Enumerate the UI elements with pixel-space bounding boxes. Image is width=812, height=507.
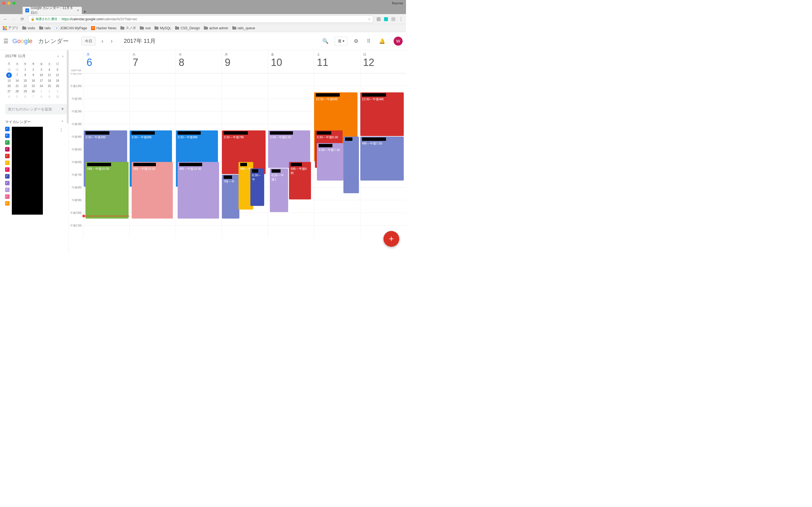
calendar-options-icon[interactable]: ⋮ — [59, 127, 67, 133]
mini-next-month[interactable]: › — [62, 54, 63, 58]
bookmark-item[interactable]: MySQL — [154, 25, 171, 31]
calendar-event[interactable]: 7時～午 — [222, 175, 239, 219]
mini-day[interactable]: 12 — [53, 72, 61, 78]
calendar-checkbox[interactable] — [5, 154, 10, 158]
day-header[interactable]: 火7 — [130, 50, 175, 73]
mini-calendar[interactable]: 月火水木金土日303112345678910111213141516171819… — [5, 61, 61, 100]
mini-day[interactable]: 1 — [21, 67, 29, 72]
calendar-event[interactable]: 4時～午後7:30 — [360, 136, 404, 180]
calendar-checkbox[interactable] — [5, 174, 10, 179]
new-tab-button[interactable]: ▸ — [82, 9, 89, 14]
day-header[interactable]: 金10 — [268, 50, 314, 73]
calendar-checkbox[interactable] — [5, 187, 10, 192]
bookmark-item[interactable]: rails_queue — [232, 25, 255, 31]
plus-icon[interactable]: + — [61, 106, 64, 112]
mini-day[interactable]: 14 — [13, 78, 21, 83]
day-column[interactable]: 3:30～午後8時6時～午後10:30 — [130, 73, 175, 238]
next-week-button[interactable]: › — [109, 38, 114, 44]
day-header[interactable]: 月6 — [84, 50, 130, 73]
calendar-event[interactable]: 6時～午後10:30 — [177, 162, 219, 219]
calendar-checkbox[interactable] — [5, 140, 10, 145]
calendar-checkbox[interactable] — [5, 194, 10, 199]
calendar-checkbox[interactable] — [5, 127, 10, 131]
close-window-button[interactable] — [2, 2, 5, 5]
mini-day[interactable]: 30 — [29, 89, 38, 94]
mini-day[interactable]: 21 — [13, 83, 21, 89]
day-column[interactable]: 12:30～午後4時4時～午後7:30 — [360, 73, 406, 238]
extension-icon[interactable] — [391, 17, 395, 21]
mini-day[interactable]: 30 — [5, 67, 13, 72]
mini-day[interactable]: 10 — [37, 72, 45, 78]
mini-day[interactable]: 2 — [45, 89, 54, 94]
mini-day[interactable]: 5 — [13, 94, 21, 100]
calendar-checkbox[interactable] — [5, 161, 10, 165]
notifications-icon[interactable]: 🔔 — [377, 38, 388, 44]
account-avatar[interactable]: W — [394, 37, 403, 46]
mini-day[interactable]: 4 — [5, 94, 13, 100]
mini-day[interactable]: 9 — [29, 72, 38, 78]
back-button[interactable]: ← — [3, 17, 8, 21]
apps-shortcut[interactable]: アプリ — [3, 25, 18, 31]
extension-icon[interactable] — [377, 17, 380, 21]
mini-day[interactable]: 11 — [45, 72, 54, 78]
reload-button[interactable]: ⟳ — [20, 17, 25, 22]
mini-day[interactable]: 6 — [6, 72, 12, 78]
bookmark-item[interactable]: YHacker News — [91, 25, 116, 31]
mini-day[interactable]: 8 — [37, 94, 45, 100]
mini-day[interactable]: 6 — [21, 94, 29, 100]
view-switcher[interactable]: 週▾ — [335, 37, 348, 46]
mini-day[interactable]: 17 — [37, 78, 45, 83]
mini-day[interactable]: 27 — [5, 89, 13, 94]
mini-day[interactable]: 25 — [45, 83, 54, 89]
mini-day[interactable]: 20 — [5, 83, 13, 89]
bookmark-item[interactable]: vue — [140, 25, 151, 31]
search-icon[interactable]: 🔍 — [320, 38, 331, 44]
chrome-menu-button[interactable]: ⋮ — [399, 16, 403, 22]
browser-tab[interactable]: 6 Google カレンダー - 11月 6日の × — [22, 7, 82, 14]
day-header[interactable]: 木9 — [221, 50, 267, 73]
day-header[interactable]: 日12 — [360, 50, 406, 73]
calendar-event[interactable]: 6時～午後10:30 — [86, 162, 129, 219]
calendar-checkbox[interactable] — [5, 201, 10, 206]
day-column[interactable]: 3:30～午後8時6時～午後10:30 — [175, 73, 221, 238]
calendar-checkbox[interactable] — [5, 167, 10, 172]
bookmark-item[interactable]: visits — [22, 25, 35, 31]
day-header[interactable]: 水8 — [175, 50, 221, 73]
day-column[interactable]: 12:30～午後6時3:30～午後6:304:30～午後7:30 — [314, 73, 360, 238]
calendar-checkbox[interactable] — [5, 147, 10, 152]
forward-button[interactable]: → — [11, 17, 16, 21]
mini-day[interactable]: 9 — [45, 94, 54, 100]
day-column[interactable]: 3:30～午後7時7時～午6時～午6:30～午 — [221, 73, 267, 238]
day-column[interactable]: 3:30～午後8時6時～午後10:30 — [84, 73, 130, 238]
bookmark-item[interactable]: rails — [39, 25, 51, 31]
mini-day[interactable]: 26 — [53, 83, 61, 89]
mini-day[interactable]: 5 — [53, 67, 61, 72]
mini-day[interactable]: 13 — [5, 78, 13, 83]
mini-day[interactable]: 18 — [45, 78, 54, 83]
hamburger-menu-icon[interactable]: ☰ — [3, 38, 8, 45]
calendar-checkbox[interactable] — [5, 181, 10, 185]
bookmark-item[interactable]: active admin — [204, 25, 228, 31]
mini-day[interactable]: 8 — [21, 72, 29, 78]
calendar-event[interactable]: 6時～午後8時 — [289, 162, 311, 200]
extension-icon[interactable] — [384, 17, 388, 21]
calendar-event[interactable] — [343, 136, 359, 193]
mini-day[interactable]: 24 — [37, 83, 45, 89]
bookmark-item[interactable]: JJOBCAN MyPage — [55, 25, 87, 31]
mini-day[interactable]: 19 — [53, 78, 61, 83]
calendar-checkbox[interactable] — [5, 133, 10, 138]
calendar-event[interactable]: 6:30～午 — [250, 168, 264, 206]
mini-day[interactable]: 16 — [29, 78, 38, 83]
mini-day[interactable]: 10 — [53, 94, 61, 100]
mini-day[interactable]: 28 — [13, 89, 21, 94]
address-bar[interactable]: 🔒 保護された通信 | https://calendar.google.com/… — [28, 15, 373, 23]
minimize-window-button[interactable] — [7, 2, 10, 5]
bookmark-item[interactable]: CSS_Design — [175, 25, 200, 31]
day-column[interactable]: 3:30～午後6:306:30～午後16時～午後8時 — [268, 73, 314, 238]
my-calendars-header[interactable]: マイカレンダー ⌃ — [5, 119, 67, 124]
mini-day[interactable]: 22 — [21, 83, 29, 89]
prev-week-button[interactable]: ‹ — [100, 38, 105, 44]
day-header[interactable]: 土11 — [314, 50, 360, 73]
bookmark-item[interactable]: スノボ — [120, 25, 136, 31]
calendar-event[interactable]: 6:30～午後1 — [270, 168, 288, 212]
